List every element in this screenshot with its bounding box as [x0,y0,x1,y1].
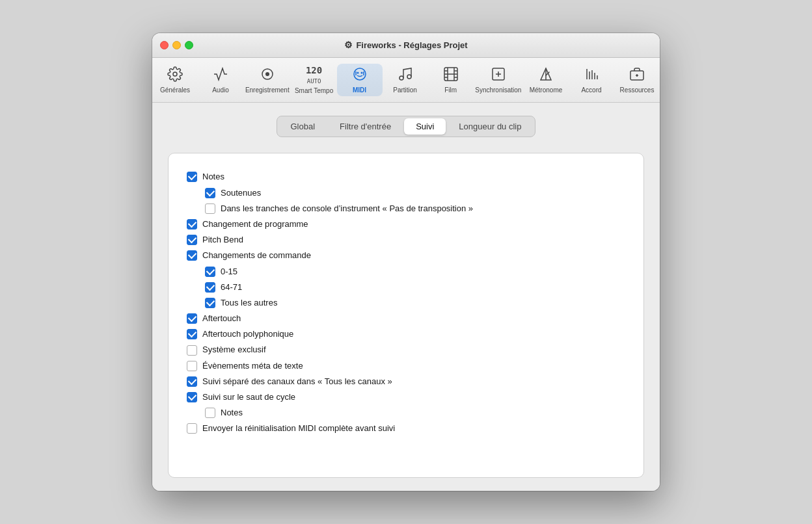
list-item: Suivi sur le saut de cycle [187,389,625,405]
checkbox-suivi-cycle[interactable] [187,392,197,402]
toolbar: Générales Audio Enregistrement 120AUTO S… [152,58,660,103]
list-item: Envoyer la réinitialisation MIDI complèt… [187,421,625,436]
gear-icon [167,66,183,85]
checkbox-tranches-console[interactable] [205,203,215,214]
label-aftertouch: Aftertouch [202,313,241,324]
content-area: Global Filtre d'entrée Suivi Longueur du… [152,103,660,491]
label-changement-programme: Changement de programme [202,218,308,230]
toolbar-item-accord[interactable]: Accord [569,64,614,96]
toolbar-label-film: Film [444,86,457,94]
smart-tempo-icon: 120AUTO [306,66,322,86]
titlebar: ⚙ Fireworks - Réglages Projet [152,33,660,58]
tab-suivi[interactable]: Suivi [404,118,446,135]
list-item: Notes [187,405,625,421]
label-64-71: 64-71 [221,282,242,293]
checkbox-changements-commande[interactable] [187,250,197,261]
toolbar-label-enregistrement: Enregistrement [245,86,290,94]
label-notes: Notes [202,171,224,183]
toolbar-label-audio: Audio [212,86,229,94]
label-evenements-meta: Évènements méta de texte [202,360,303,372]
tabs-bar: Global Filtre d'entrée Suivi Longueur du… [277,116,536,137]
toolbar-label-midi: MIDI [353,86,366,94]
partition-icon [398,66,413,85]
tab-global[interactable]: Global [279,118,327,135]
list-item: Dans les tranches de console d’instrumen… [187,201,625,216]
checkbox-systeme-exclusif[interactable] [187,345,197,356]
toolbar-label-metronome: Métronome [530,86,563,94]
toolbar-label-smart-tempo: Smart Tempo [295,87,333,94]
toolbar-item-enregistrement[interactable]: Enregistrement [243,64,291,96]
audio-icon [213,66,228,85]
label-aftertouch-poly: Aftertouch polyphonique [202,328,293,340]
list-item: Pitch Bend [187,232,625,248]
accord-icon [584,66,599,85]
checkbox-soutenues[interactable] [205,188,215,198]
window-title: ⚙ Fireworks - Réglages Projet [344,40,467,50]
list-item: Évènements méta de texte [187,358,625,374]
svg-point-5 [360,72,362,74]
svg-point-0 [173,72,177,76]
list-item: Notes [187,169,625,185]
checkbox-notes-cycle[interactable] [205,408,215,418]
checkbox-aftertouch-poly[interactable] [187,329,197,339]
checkbox-envoyer-reinit[interactable] [187,423,197,434]
checkbox-tous-autres[interactable] [205,298,215,308]
traffic-lights [160,41,193,49]
label-notes-cycle: Notes [221,407,243,419]
list-item: Système exclusif [187,342,625,358]
metronome-icon [538,66,554,85]
list-item: 64-71 [187,280,625,295]
toolbar-item-smart-tempo[interactable]: 120AUTO Smart Tempo [291,63,337,98]
svg-point-8 [399,76,403,80]
toolbar-item-film[interactable]: Film [428,64,474,96]
app-window: ⚙ Fireworks - Réglages Projet Générales … [152,33,660,491]
label-tous-autres: Tous les autres [221,297,277,309]
list-item: 0-15 [187,264,625,280]
checkbox-changement-programme[interactable] [187,219,197,229]
window-icon: ⚙ [344,40,353,50]
svg-point-9 [407,75,411,79]
checkbox-64-71[interactable] [205,282,215,293]
tab-filtre-entree[interactable]: Filtre d'entrée [328,118,403,135]
svg-point-4 [357,72,359,74]
list-item: Suivi séparé des canaux dans « Tous les … [187,374,625,389]
close-button[interactable] [160,41,169,49]
toolbar-item-generales[interactable]: Générales [152,64,198,96]
checkbox-aftertouch[interactable] [187,313,197,324]
sync-icon [491,66,506,85]
label-changements-commande: Changements de commande [202,250,311,261]
minimize-button[interactable] [172,41,181,49]
checkbox-evenements-meta[interactable] [187,361,197,371]
label-tranches-console: Dans les tranches de console d’instrumen… [221,203,473,215]
label-envoyer-reinit: Envoyer la réinitialisation MIDI complèt… [202,423,395,434]
tab-longueur-clip[interactable]: Longueur du clip [447,118,533,135]
toolbar-label-ressources: Ressources [620,86,655,94]
list-item: Tous les autres [187,295,625,311]
toolbar-item-audio[interactable]: Audio [198,64,243,96]
toolbar-item-ressources[interactable]: Ressources [614,64,660,96]
record-icon [260,66,275,85]
toolbar-item-synchronisation[interactable]: Synchronisation [474,64,523,96]
label-0-15: 0-15 [221,266,237,278]
list-item: Changement de programme [187,216,625,232]
checkbox-pitch-bend[interactable] [187,235,197,245]
label-suivi-canaux: Suivi séparé des canaux dans « Tous les … [202,376,392,387]
maximize-button[interactable] [185,41,193,49]
checkbox-notes[interactable] [187,172,197,182]
label-soutenues: Soutenues [221,187,261,199]
toolbar-label-synchronisation: Synchronisation [475,86,521,94]
main-panel: Notes Soutenues Dans les tranches de con… [168,153,644,478]
label-systeme-exclusif: Système exclusif [202,344,266,356]
toolbar-item-midi[interactable]: MIDI [337,64,383,96]
toolbar-label-accord: Accord [581,86,601,94]
toolbar-item-partition[interactable]: Partition [383,64,428,96]
toolbar-item-metronome[interactable]: Métronome [523,64,569,96]
list-item: Aftertouch polyphonique [187,326,625,342]
checkbox-suivi-canaux[interactable] [187,376,197,387]
checkbox-0-15[interactable] [205,267,215,277]
list-item: Soutenues [187,185,625,201]
toolbar-label-generales: Générales [160,86,190,94]
film-icon [443,66,459,85]
label-suivi-cycle: Suivi sur le saut de cycle [202,391,295,403]
list-item: Changements de commande [187,248,625,263]
